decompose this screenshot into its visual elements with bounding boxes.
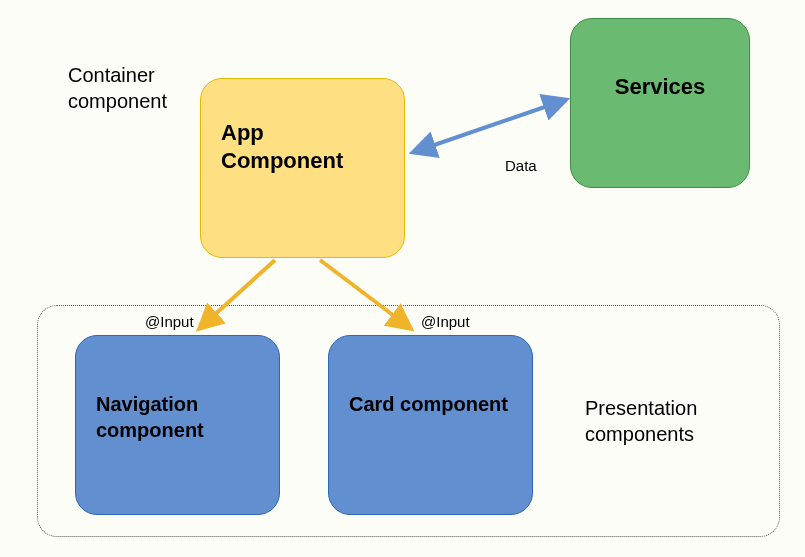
navigation-component-box: Navigation component <box>75 335 280 515</box>
services-box: Services <box>570 18 750 188</box>
input-label-navigation: @Input <box>145 313 194 330</box>
app-component-text: App Component <box>221 119 384 174</box>
input-label-card: @Input <box>421 313 470 330</box>
card-component-box: Card component <box>328 335 533 515</box>
data-arrow-label: Data <box>505 157 537 174</box>
app-component-box: App Component <box>200 78 405 258</box>
container-component-label: Container component <box>68 62 208 114</box>
arrow-app-services <box>414 100 565 152</box>
services-text: Services <box>615 74 706 100</box>
presentation-components-label: Presentation components <box>585 395 745 447</box>
navigation-component-text: Navigation component <box>96 391 259 443</box>
card-component-text: Card component <box>349 391 508 417</box>
